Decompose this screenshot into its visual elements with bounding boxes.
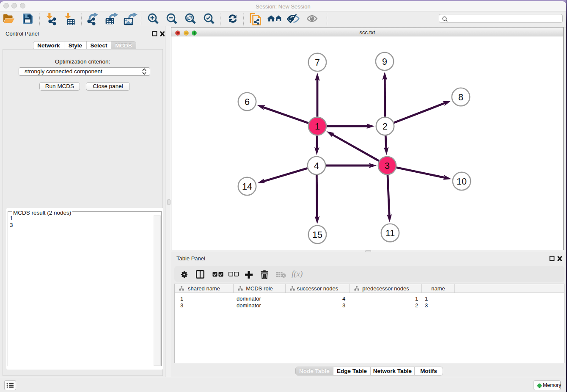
svg-text:14: 14 [242, 182, 252, 192]
svg-text:1: 1 [315, 121, 320, 132]
svg-text:15: 15 [312, 230, 322, 240]
svg-text:3: 3 [385, 161, 390, 171]
svg-text:7: 7 [315, 58, 320, 68]
svg-text:4: 4 [314, 161, 319, 171]
svg-text:2: 2 [383, 121, 388, 132]
svg-text:6: 6 [245, 97, 250, 107]
svg-text:9: 9 [382, 57, 387, 67]
svg-text:10: 10 [457, 177, 467, 187]
svg-text:11: 11 [385, 228, 395, 238]
svg-text:8: 8 [458, 92, 463, 102]
